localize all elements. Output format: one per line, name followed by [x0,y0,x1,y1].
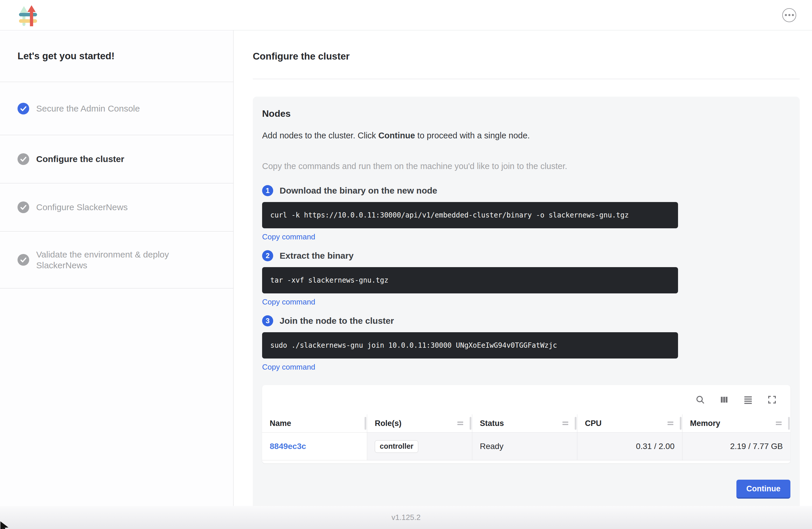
column-label: Status [480,419,504,428]
step-3-header: 3 Join the node to the cluster [262,315,791,326]
sidebar-item-configure-cluster[interactable]: Configure the cluster [0,135,233,183]
page-title: Configure the cluster [253,51,800,62]
column-resize-handle[interactable] [680,417,682,430]
density-icon[interactable] [743,395,753,405]
slackernews-logo-icon [17,4,39,26]
step-1-copy-command-link[interactable]: Copy command [262,232,315,241]
step-3-title: Join the node to the cluster [280,316,394,326]
step-3-command-code: sudo ./slackernews-gnu join 10.0.0.11:30… [262,332,678,358]
column-menu-icon[interactable] [776,421,782,425]
column-resize-handle[interactable] [575,417,577,430]
column-header-name[interactable]: Name [262,414,367,432]
step-2-header: 2 Extract the binary [262,250,791,261]
role-chip: controller [375,440,418,453]
intro-bold-continue: Continue [378,131,415,140]
check-pending-icon [17,254,29,266]
title-divider [253,79,800,79]
sidebar-title: Let's get you started! [0,30,233,82]
app-footer: v1.125.2 [0,506,812,529]
sidebar-item-validate-deploy[interactable]: Validate the environment & deploy Slacke… [0,231,233,288]
mouse-cursor [0,520,11,529]
step-1-header: 1 Download the binary on the new node [262,185,791,196]
node-status-cell: Ready [472,433,577,460]
node-roles-cell: controller [367,433,472,460]
column-resize-handle[interactable] [788,417,790,430]
app-header [0,0,812,30]
ellipsis-menu-button[interactable] [782,8,796,22]
setup-sidebar: Let's get you started! Secure the Admin … [0,30,233,506]
main-content: Configure the cluster Nodes Add nodes to… [233,30,812,506]
version-label: v1.125.2 [391,513,421,522]
nodes-heading: Nodes [262,108,791,119]
table-row: 8849ec3c controller Ready 0.31 / 2.00 2.… [262,433,791,460]
step-1-command-code: curl -k https://10.0.0.11:30000/api/v1/e… [262,202,678,228]
intro-text: to proceed with a single node. [415,131,530,140]
step-1-number-badge: 1 [262,185,273,196]
step-3-copy-command-link[interactable]: Copy command [262,362,315,372]
continue-button[interactable]: Continue [736,480,791,499]
column-menu-icon[interactable] [458,421,463,425]
sidebar-item-secure-admin-console[interactable]: Secure the Admin Console [0,82,233,135]
ellipsis-dot [785,14,787,16]
column-label: Name [270,419,291,428]
intro-text: Add nodes to the cluster. Click [262,131,378,140]
step-2-number-badge: 2 [262,250,273,261]
check-complete-icon [17,103,29,114]
search-icon[interactable] [695,395,705,405]
step-2-copy-command-link[interactable]: Copy command [262,298,315,306]
column-label: Memory [690,419,720,428]
column-header-roles[interactable]: Role(s) [367,414,472,432]
step-2-title: Extract the binary [280,251,353,261]
nodes-intro: Add nodes to the cluster. Click Continue… [262,131,791,140]
view-columns-icon[interactable] [719,395,729,405]
step-1-title: Download the binary on the new node [280,186,437,196]
column-label: CPU [585,419,601,428]
column-header-cpu[interactable]: CPU [577,414,682,432]
sidebar-item-configure-slackernews[interactable]: Configure SlackerNews [0,183,233,231]
check-pending-icon [17,153,29,165]
table-toolbar [262,385,791,414]
check-pending-icon [17,201,29,213]
ellipsis-dot [792,14,794,16]
column-header-status[interactable]: Status [472,414,577,432]
node-name-link[interactable]: 8849ec3c [270,442,306,451]
node-memory-cell: 2.19 / 7.77 GB [682,433,791,460]
node-name-cell: 8849ec3c [262,433,367,460]
step-3-number-badge: 3 [262,315,273,326]
column-menu-icon[interactable] [563,421,568,425]
column-resize-handle[interactable] [469,417,472,430]
table-header-row: Name Role(s) Status CPU [262,414,791,433]
column-resize-handle[interactable] [365,417,366,430]
column-menu-icon[interactable] [668,421,673,425]
copy-commands-hint: Copy the commands and run them on the ma… [262,161,791,171]
fullscreen-icon[interactable] [767,395,777,405]
node-cpu-cell: 0.31 / 2.00 [577,433,682,460]
column-header-memory[interactable]: Memory [682,414,791,432]
sidebar-item-label: Validate the environment & deploy Slacke… [36,249,200,271]
nodes-table-card: Name Role(s) Status CPU [262,385,791,463]
nodes-card: Nodes Add nodes to the cluster. Click Co… [253,97,800,512]
sidebar-item-label: Configure SlackerNews [36,202,128,213]
step-2-command-code: tar -xvf slackernews-gnu.tgz [262,267,678,294]
sidebar-item-label: Configure the cluster [36,154,124,165]
ellipsis-dot [788,14,791,16]
column-label: Role(s) [375,419,402,428]
sidebar-item-label: Secure the Admin Console [36,103,140,114]
